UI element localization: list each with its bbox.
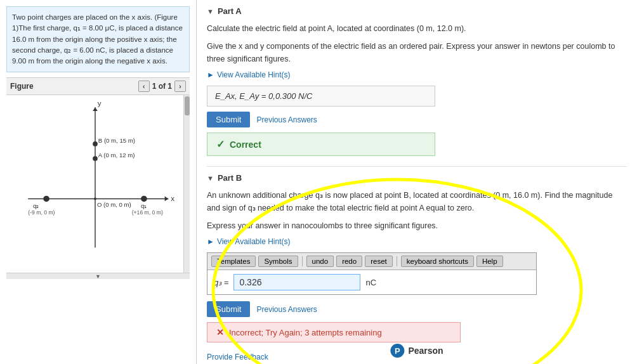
part-a-description: Calculate the electric field at point A,… — [207, 22, 627, 35]
part-a-submit-btn[interactable]: Submit — [207, 112, 250, 127]
part-a-correct-badge: ✓ Correct — [207, 133, 435, 156]
svg-text:(+16 m, 0 m): (+16 m, 0 m) — [132, 209, 163, 216]
x-icon: ✕ — [216, 327, 224, 337]
part-b-btn-row: Submit Previous Answers — [207, 301, 627, 317]
svg-point-11 — [141, 196, 147, 202]
part-b-section: ▼ Part B An unknown additional charge q₃… — [207, 173, 627, 342]
part-a-label: Part A — [218, 6, 242, 16]
part-divider — [207, 166, 627, 167]
pearson-label: Pearson — [408, 346, 443, 356]
figure-page: 1 of 1 — [152, 82, 172, 91]
svg-marker-2 — [165, 197, 169, 202]
part-a-header: ▼ Part A — [207, 6, 627, 16]
toolbar-sep-1 — [302, 256, 303, 266]
figure-label: Figure — [10, 82, 34, 91]
part-a-btn-row: Submit Previous Answers — [207, 112, 627, 127]
part-b-label: Part B — [218, 173, 242, 183]
part-a-collapse-icon[interactable]: ▼ — [207, 8, 214, 15]
scroll-down-icon: ▼ — [95, 273, 101, 280]
figure-canvas: x y O (0 m, 0 m) q₂ (-9 m, 0 m) q₁ (+16 … — [6, 95, 190, 273]
math-input-row: q₃ = nC — [207, 270, 536, 294]
figure-next-btn[interactable]: › — [174, 81, 186, 92]
pearson-footer: P Pearson — [390, 344, 443, 358]
part-b-collapse-icon[interactable]: ▼ — [207, 174, 214, 182]
part-b-prev-answers-link[interactable]: Previous Answers — [256, 305, 317, 314]
svg-text:O (0 m, 0 m): O (0 m, 0 m) — [97, 201, 131, 208]
toolbar-sep-2 — [397, 256, 397, 266]
svg-text:q₁: q₁ — [141, 202, 147, 209]
svg-marker-3 — [93, 107, 98, 111]
svg-point-6 — [94, 198, 96, 200]
part-a-sub-description: Give the x and y components of the elect… — [207, 40, 627, 65]
symbols-btn[interactable]: Symbols — [258, 256, 298, 267]
math-input[interactable] — [233, 274, 360, 290]
svg-text:A (0 m, 12 m): A (0 m, 12 m) — [98, 152, 135, 159]
problem-text: Two point charges are placed on the x ax… — [6, 6, 190, 72]
svg-text:y: y — [98, 100, 102, 108]
part-b-incorrect-label: Incorrect; Try Again; 3 attempts remaini… — [229, 328, 382, 337]
svg-text:(-9 m, 0 m): (-9 m, 0 m) — [28, 209, 55, 216]
part-b-hint-arrow: ► — [207, 237, 214, 246]
part-b-sub-description: Express your answer in nanocoulombs to t… — [207, 219, 627, 232]
reset-btn[interactable]: reset — [365, 256, 393, 267]
figure-section: Figure ‹ 1 of 1 › x y — [6, 77, 190, 279]
part-b-incorrect-badge: ✕ Incorrect; Try Again; 3 attempts remai… — [207, 322, 461, 342]
pearson-logo: P — [390, 344, 404, 358]
part-a-prev-answers-link[interactable]: Previous Answers — [256, 115, 317, 124]
part-b-header: ▼ Part B — [207, 173, 627, 183]
figure-prev-btn[interactable]: ‹ — [138, 81, 150, 92]
svg-text:x: x — [171, 195, 174, 203]
part-a-correct-label: Correct — [230, 140, 261, 150]
figure-header: Figure ‹ 1 of 1 › — [6, 78, 190, 95]
scroll-bar-right[interactable] — [183, 95, 190, 273]
help-btn[interactable]: Help — [476, 256, 503, 267]
left-panel: Two point charges are placed on the x ax… — [0, 0, 197, 364]
math-unit: nC — [365, 278, 376, 287]
math-editor: Templates Symbols undo redo reset keyboa… — [207, 252, 537, 295]
svg-point-14 — [93, 141, 98, 146]
svg-text:B (0 m, 15 m): B (0 m, 15 m) — [98, 137, 135, 144]
part-b-hint-link[interactable]: ► View Available Hint(s) — [207, 237, 627, 246]
part-a-answer-box: E_Ax, E_Ay = 0,0.300 N/C — [207, 86, 435, 107]
svg-point-8 — [43, 196, 49, 202]
templates-btn[interactable]: Templates — [211, 256, 256, 267]
svg-text:q₂: q₂ — [33, 202, 39, 209]
scroll-thumb — [185, 96, 190, 115]
math-label: q₃ = — [214, 278, 228, 287]
part-a-section: ▼ Part A Calculate the electric field at… — [207, 6, 627, 156]
keyboard-shortcuts-btn[interactable]: keyboard shortcuts — [401, 256, 474, 267]
undo-btn[interactable]: undo — [306, 256, 334, 267]
part-b-submit-btn[interactable]: Submit — [207, 301, 250, 317]
right-panel: ▼ Part A Calculate the electric field at… — [197, 0, 637, 364]
part-a-hint-arrow: ► — [207, 70, 214, 79]
scroll-bar-bottom[interactable]: ▼ — [6, 273, 190, 279]
figure-nav: ‹ 1 of 1 › — [138, 81, 186, 92]
svg-point-16 — [93, 156, 98, 161]
check-icon: ✓ — [216, 138, 225, 150]
math-toolbar: Templates Symbols undo redo reset keyboa… — [207, 253, 536, 270]
redo-btn[interactable]: redo — [336, 256, 362, 267]
part-b-description: An unknown additional charge q₃ is now p… — [207, 189, 627, 214]
part-a-hint-link[interactable]: ► View Available Hint(s) — [207, 70, 627, 79]
